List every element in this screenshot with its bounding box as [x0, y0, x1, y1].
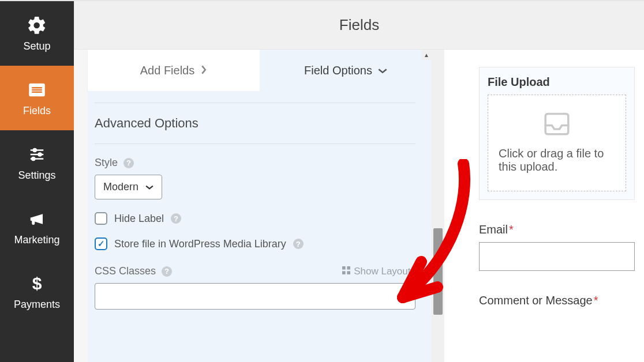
svg-text:$: $: [32, 274, 42, 293]
svg-rect-12: [347, 266, 351, 270]
help-icon[interactable]: ?: [162, 266, 172, 277]
store-file-row: ✓ Store file in WordPress Media Library …: [95, 237, 415, 250]
email-label: Email*: [479, 223, 635, 236]
inbox-icon: [541, 110, 572, 138]
style-select[interactable]: Modern: [95, 175, 162, 199]
main-area: Fields Add Fields Field Options: [74, 1, 644, 362]
gear-icon: [27, 15, 47, 36]
file-dropzone[interactable]: Click or drag a file to this upload.: [488, 95, 626, 191]
svg-point-9: [32, 157, 35, 160]
sidebar-item-label: Settings: [18, 169, 55, 182]
css-classes-label: CSS Classes: [95, 265, 156, 277]
svg-point-7: [39, 153, 42, 156]
show-layouts-button[interactable]: Show Layouts: [342, 266, 415, 277]
sidebar-item-fields[interactable]: Fields: [0, 66, 74, 130]
sidebar-item-label: Setup: [23, 40, 50, 52]
sidebar-item-label: Fields: [23, 105, 51, 117]
sidebar-item-marketing[interactable]: Marketing: [0, 195, 74, 259]
tab-add-fields[interactable]: Add Fields: [88, 50, 260, 91]
file-upload-title: File Upload: [488, 76, 626, 89]
file-upload-block[interactable]: File Upload Click or drag a file to this…: [479, 67, 635, 200]
scrollbar[interactable]: [432, 50, 444, 362]
list-icon: [27, 80, 47, 100]
dollar-icon: $: [27, 273, 47, 294]
sidebar-item-label: Marketing: [14, 234, 59, 246]
topbar: Fields: [74, 1, 644, 50]
comment-field-group: Comment or Message*: [479, 294, 635, 307]
advanced-options-panel: Advanced Options Style ? Modern Hide Lab…: [88, 91, 432, 362]
css-classes-label-row: CSS Classes ?: [95, 265, 172, 277]
tab-label: Add Fields: [140, 64, 195, 77]
dropzone-text: Click or drag a file to this upload.: [499, 147, 615, 174]
help-icon[interactable]: ?: [293, 239, 304, 249]
tab-label: Field Options: [304, 64, 372, 77]
email-field-group: Email*: [479, 223, 635, 271]
tab-field-options[interactable]: Field Options: [260, 50, 432, 91]
show-layouts-label: Show Layouts: [354, 266, 415, 277]
comment-label: Comment or Message*: [479, 294, 635, 307]
hide-label-text: Hide Label: [114, 213, 164, 225]
chevron-right-icon: [200, 64, 207, 77]
svg-point-5: [33, 149, 36, 152]
style-label: Style: [95, 157, 118, 169]
scrollbar-thumb[interactable]: [433, 228, 443, 315]
help-icon[interactable]: ?: [171, 213, 181, 224]
required-star: *: [594, 294, 598, 307]
scroll-up-icon[interactable]: ▲: [421, 50, 432, 60]
sidebar-item-label: Payments: [14, 299, 60, 311]
sidebar-item-setup[interactable]: Setup: [0, 1, 74, 66]
style-label-row: Style ?: [95, 157, 415, 169]
section-title: Advanced Options: [95, 103, 415, 144]
tab-strip: Add Fields Field Options ▲: [88, 50, 432, 91]
help-icon[interactable]: ?: [123, 158, 134, 168]
hide-label-row: Hide Label ?: [95, 212, 415, 225]
style-value: Modern: [103, 181, 138, 193]
email-input[interactable]: [479, 242, 635, 271]
store-file-checkbox[interactable]: ✓: [95, 237, 107, 250]
chevron-down-icon: [378, 64, 387, 77]
svg-rect-14: [347, 271, 351, 274]
store-file-text: Store file in WordPress Media Library: [114, 238, 286, 250]
svg-rect-11: [342, 266, 346, 270]
options-column: Add Fields Field Options ▲ Advance: [74, 50, 432, 362]
sliders-icon: [27, 144, 47, 165]
sidebar-item-settings[interactable]: Settings: [0, 130, 74, 195]
chevron-down-icon: [145, 181, 153, 193]
grid-icon: [342, 266, 350, 277]
bullhorn-icon: [27, 209, 47, 229]
svg-rect-13: [342, 271, 346, 274]
sidebar: Setup Fields Settings Marketing $ Paymen…: [0, 1, 74, 362]
required-star: *: [509, 223, 514, 236]
form-preview: File Upload Click or drag a file to this…: [444, 50, 644, 362]
page-title: Fields: [339, 16, 379, 34]
hide-label-checkbox[interactable]: [95, 212, 107, 225]
sidebar-item-payments[interactable]: $ Payments: [0, 259, 74, 324]
css-classes-input[interactable]: [95, 283, 415, 310]
